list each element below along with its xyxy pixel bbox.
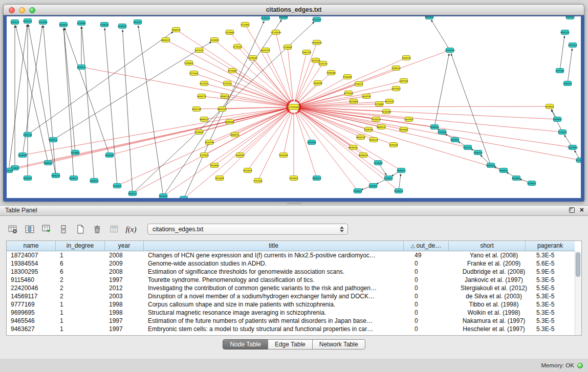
- graph-node[interactable]: 1961379: [302, 50, 311, 55]
- cell-year[interactable]: 1997: [105, 276, 144, 284]
- zoom-window-button[interactable]: [29, 7, 35, 13]
- graph-node[interactable]: 1210212: [558, 130, 567, 135]
- graph-node[interactable]: 8771632: [189, 71, 199, 76]
- graph-node[interactable]: 8310342: [279, 16, 288, 19]
- graph-node[interactable]: 1753052: [179, 196, 188, 199]
- cell-title[interactable]: Tourette syndrome. Phenomenology and cla…: [144, 276, 410, 284]
- graph-node[interactable]: 1245062: [77, 21, 86, 26]
- graph-node[interactable]: 1328412: [384, 176, 393, 181]
- table-row[interactable]: 946554611997Estimation of the future num…: [7, 317, 581, 325]
- graph-node[interactable]: 1275723: [223, 81, 232, 86]
- graph-node[interactable]: 9009773: [197, 94, 206, 99]
- minimize-window-button[interactable]: [19, 7, 25, 13]
- cell-year[interactable]: 2008: [105, 251, 144, 259]
- cell-year[interactable]: 2003: [105, 292, 144, 300]
- table-row[interactable]: 977716911998Corpus callosum shape and si…: [7, 300, 581, 309]
- cell-out_degree[interactable]: 0: [410, 276, 455, 284]
- graph-node[interactable]: 1210663: [375, 102, 384, 106]
- graph-node[interactable]: 1604542: [553, 117, 562, 122]
- cell-in_degree[interactable]: 6: [56, 268, 105, 276]
- cell-year[interactable]: 2012: [105, 284, 144, 292]
- cell-year[interactable]: 1998: [105, 300, 144, 309]
- graph-node[interactable]: 9651823: [486, 163, 495, 168]
- graph-node[interactable]: 3389132: [473, 150, 483, 155]
- graph-node[interactable]: 1247612: [113, 184, 122, 188]
- cell-short[interactable]: Franke et al. (2009): [455, 259, 532, 268]
- memory-indicator[interactable]: [577, 363, 583, 368]
- graph-node[interactable]: 1282504: [235, 153, 245, 158]
- graph-node[interactable]: 5906632: [499, 168, 508, 173]
- graph-node[interactable]: 1595812: [545, 104, 554, 109]
- graph-node[interactable]: 7485031: [391, 66, 401, 71]
- column-header-title[interactable]: title: [144, 241, 404, 251]
- graph-node[interactable]: 9346512: [353, 189, 362, 193]
- cell-in_degree[interactable]: 2: [56, 276, 105, 284]
- graph-node[interactable]: 9427521: [200, 81, 209, 86]
- graph-node[interactable]: 7729717: [354, 82, 363, 86]
- graph-node[interactable]: 1524813: [289, 176, 298, 181]
- cell-out_degree[interactable]: 49: [410, 251, 455, 259]
- cell-pagerank[interactable]: 5.3E-5: [532, 317, 581, 325]
- graph-node[interactable]: 6046812: [512, 176, 521, 181]
- graph-node[interactable]: 9685124: [200, 117, 209, 122]
- delete-table-icon[interactable]: [91, 223, 104, 236]
- graph-node[interactable]: 2184352: [343, 75, 352, 79]
- table-scrollbar-thumb[interactable]: [576, 252, 580, 277]
- column-header-name[interactable]: name: [7, 241, 56, 251]
- cell-in_degree[interactable]: 6: [56, 259, 105, 268]
- graph-node[interactable]: 1214012: [374, 161, 383, 165]
- cell-year[interactable]: 2009: [105, 259, 144, 268]
- column-header-in-degree[interactable]: in_degree: [56, 241, 105, 251]
- graph-node[interactable]: 1819563: [71, 150, 80, 155]
- cell-short[interactable]: Tibbo et al. (1998): [455, 300, 532, 309]
- cell-title[interactable]: Corpus callosum shape and size in male p…: [144, 300, 410, 309]
- graph-node[interactable]: 9593521: [450, 138, 460, 142]
- graph-node[interactable]: 9549123: [369, 138, 378, 142]
- graph-node[interactable]: 9403415: [385, 99, 394, 104]
- network-canvas[interactable]: 1724036122608719613791633432322013416263…: [7, 16, 581, 198]
- cell-in_degree[interactable]: 2: [56, 284, 105, 292]
- graph-node[interactable]: 9685113: [377, 125, 386, 129]
- graph-node[interactable]: 1830402: [279, 153, 288, 158]
- graph-node[interactable]: 2600365: [105, 153, 114, 158]
- cell-pagerank[interactable]: 5.3E-5: [532, 325, 581, 333]
- cell-year[interactable]: 1998: [105, 309, 144, 317]
- cell-pagerank[interactable]: 5.3E-5: [532, 309, 581, 317]
- graph-node[interactable]: 1277452: [555, 69, 564, 73]
- cell-out_degree[interactable]: 0: [410, 317, 455, 325]
- graph-node[interactable]: 1875432: [389, 143, 398, 147]
- graph-node[interactable]: 1454312: [563, 81, 572, 86]
- graph-node[interactable]: 9549134: [349, 145, 358, 150]
- cell-out_degree[interactable]: 0: [410, 259, 455, 268]
- graph-node[interactable]: 12125439: [271, 30, 281, 35]
- cell-pagerank[interactable]: 5.3E-5: [532, 292, 581, 300]
- cell-in_degree[interactable]: 1: [56, 300, 105, 309]
- tab-node-table[interactable]: Node Table: [223, 339, 268, 349]
- table-row[interactable]: 969969511998Structural magnetic resonanc…: [7, 309, 581, 317]
- table-row[interactable]: 2242004622012Investigating the contribut…: [7, 284, 581, 292]
- graph-node[interactable]: 12010554: [568, 145, 578, 150]
- cell-short[interactable]: Stergiakouli et al. (2012): [455, 284, 532, 292]
- new-table-icon[interactable]: [74, 223, 87, 236]
- cell-pagerank[interactable]: 5.6E-5: [532, 259, 581, 268]
- cell-in_degree[interactable]: 1: [56, 251, 105, 259]
- graph-node[interactable]: 9591312: [560, 30, 570, 35]
- graph-node[interactable]: 2626095: [18, 153, 27, 158]
- cell-pagerank[interactable]: 5.3E-5: [532, 276, 581, 284]
- graph-node[interactable]: 19443794: [445, 48, 455, 53]
- cell-title[interactable]: Disruption of a novel member of a sodium…: [144, 292, 410, 300]
- graph-node[interactable]: 8150313: [261, 16, 270, 20]
- graph-node[interactable]: 2184833: [184, 61, 193, 65]
- cell-short[interactable]: Yano et al. (2008): [455, 251, 532, 259]
- graph-node[interactable]: 9434613: [243, 168, 252, 173]
- graph-node[interactable]: 9075201: [7, 168, 13, 173]
- cell-name[interactable]: 22420046: [7, 284, 56, 292]
- table-select-dropdown[interactable]: citations_edges.txt: [147, 224, 348, 235]
- graph-node[interactable]: 1275442: [248, 56, 257, 60]
- cell-name[interactable]: 9777169: [7, 300, 56, 309]
- table-row[interactable]: 1456911722003Disruption of a novel membe…: [7, 292, 581, 300]
- graph-node[interactable]: 8130412: [118, 24, 127, 29]
- graph-node[interactable]: 2005713: [77, 65, 86, 70]
- rows-icon[interactable]: [57, 223, 70, 236]
- graph-node[interactable]: 1914053: [38, 20, 48, 25]
